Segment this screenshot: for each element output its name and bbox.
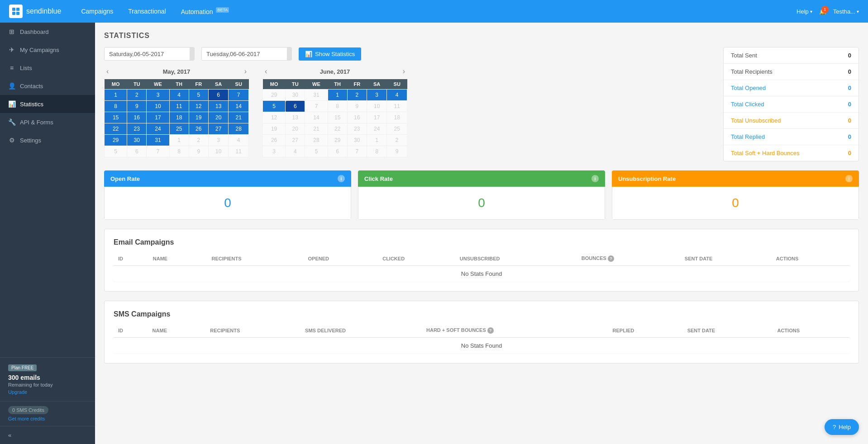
calendar-day[interactable]: 3 (367, 90, 387, 101)
june-next-button[interactable]: › (401, 67, 407, 76)
nav-transactional[interactable]: Transactional (122, 5, 172, 18)
calendar-day: 22 (328, 123, 347, 135)
calendar-day[interactable]: 5 (263, 101, 286, 112)
calendar-day: 17 (367, 112, 387, 123)
main-content: STATISTICS 📅 📅 📊 Show Statistic (95, 23, 868, 444)
calendar-day[interactable]: 16 (127, 112, 147, 123)
info-icon[interactable]: i (845, 175, 853, 182)
notification-button[interactable]: 🔔 1 (819, 8, 826, 15)
start-date-input[interactable] (105, 48, 190, 60)
calendar-day[interactable]: 4 (169, 90, 189, 101)
calendar-day[interactable]: 1 (328, 90, 347, 101)
calendar-day[interactable]: 5 (189, 90, 208, 101)
sidebar-item-api-forms[interactable]: 🔧 API & Forms (0, 113, 95, 131)
stats-value: 0 (848, 150, 851, 156)
sidebar-item-lists[interactable]: ≡ Lists (0, 59, 95, 77)
sms-credits-badge[interactable]: 0 SMS Credits (8, 406, 48, 414)
stats-summary-row: Total Clicked0 (724, 96, 858, 113)
info-icon[interactable]: i (591, 175, 599, 182)
calendar-day[interactable]: 10 (147, 101, 169, 112)
calendar-day[interactable]: 30 (127, 135, 147, 146)
sidebar-collapse-button[interactable]: « (0, 426, 95, 444)
stats-summary-row: Total Recipients0 (724, 64, 858, 80)
start-date-calendar-button[interactable]: 📅 (190, 47, 195, 60)
calendar-day[interactable]: 9 (127, 101, 147, 112)
calendar-day[interactable]: 2 (347, 90, 367, 101)
calendar-day[interactable]: 8 (105, 101, 127, 112)
calendar-day[interactable]: 27 (208, 123, 229, 135)
calendar-day[interactable]: 25 (169, 123, 189, 135)
emails-count: 300 emails (8, 374, 87, 381)
sidebar-item-dashboard[interactable]: ⊞ Dashboard (0, 23, 95, 41)
floating-help-button[interactable]: ? Help (825, 419, 859, 435)
calendar-day[interactable]: 22 (105, 123, 127, 135)
may-next-button[interactable]: › (242, 67, 249, 76)
calendar-day[interactable]: 11 (169, 101, 189, 112)
calendar-day[interactable]: 12 (189, 101, 208, 112)
calendar-day[interactable]: 21 (229, 112, 249, 123)
main-layout: ⊞ Dashboard ✈ My Campaigns ≡ Lists 👤 Con… (0, 23, 868, 444)
calendar-day[interactable]: 19 (189, 112, 208, 123)
may-prev-button[interactable]: ‹ (104, 67, 111, 76)
stats-value: 0 (848, 133, 851, 140)
email-col-header: ACTIONS (772, 252, 849, 266)
get-more-credits-link[interactable]: Get more credits (8, 416, 87, 421)
user-chevron-icon: ▾ (857, 9, 859, 14)
nav-campaigns[interactable]: Campaigns (75, 5, 119, 18)
calendar-day[interactable]: 3 (147, 90, 169, 101)
show-statistics-button[interactable]: 📊 Show Statistics (299, 47, 361, 61)
end-date-calendar-button[interactable]: 📅 (287, 47, 292, 60)
calendar-day: 1 (367, 135, 387, 146)
calendar-day: 23 (347, 123, 367, 135)
calendar-day[interactable]: 28 (229, 123, 249, 135)
calendar-day: 14 (305, 112, 328, 123)
sidebar-item-settings[interactable]: ⚙ Settings (0, 131, 95, 149)
calendar-day[interactable]: 13 (208, 101, 229, 112)
user-menu-button[interactable]: Testha... ▾ (833, 8, 859, 15)
june-prev-button[interactable]: ‹ (262, 67, 269, 76)
info-icon[interactable]: i (338, 175, 345, 182)
help-button[interactable]: Help ▾ (796, 8, 812, 15)
calendar-day[interactable]: 14 (229, 101, 249, 112)
calendar-day: 5 (305, 146, 328, 157)
rate-box-label: Unsubscription Rate (618, 175, 676, 182)
stats-label: Total Recipients (731, 68, 773, 75)
sms-campaigns-title: SMS Campaigns (114, 310, 849, 318)
sidebar-item-my-campaigns[interactable]: ✈ My Campaigns (0, 41, 95, 59)
settings-icon: ⚙ (8, 137, 15, 144)
calendar-day[interactable]: 6 (286, 101, 305, 112)
calendar-day[interactable]: 2 (127, 90, 147, 101)
sidebar-item-contacts[interactable]: 👤 Contacts (0, 77, 95, 95)
calendar-day[interactable]: 20 (208, 112, 229, 123)
calendar-day[interactable]: 26 (189, 123, 208, 135)
may-calendar: ‹ May, 2017 › MO TU WE TH (104, 67, 249, 157)
sms-bounces-info-icon[interactable]: ? (487, 327, 494, 334)
remaining-label: Remaining for today (8, 382, 87, 387)
calendar-day[interactable]: 6 (208, 90, 229, 101)
calendar-day[interactable]: 7 (229, 90, 249, 101)
calendar-day[interactable]: 29 (105, 135, 127, 146)
calendar-day[interactable]: 24 (147, 123, 169, 135)
calendar-day[interactable]: 4 (387, 90, 407, 101)
logo[interactable]: sendinblue (9, 5, 61, 18)
calendar-day[interactable]: 15 (105, 112, 127, 123)
email-campaigns-title: Email Campaigns (114, 238, 849, 246)
calendar-day[interactable]: 31 (147, 135, 169, 146)
sms-no-stats: No Stats Found (114, 338, 849, 354)
stats-summary-row: Total Replied0 (724, 129, 858, 145)
nav-automation[interactable]: Automation BETA (175, 5, 236, 18)
calendar-day[interactable]: 18 (169, 112, 189, 123)
calendar-day[interactable]: 1 (105, 90, 127, 101)
bounces-info-icon[interactable]: ? (608, 255, 614, 262)
calendar-day[interactable]: 17 (147, 112, 169, 123)
sidebar-item-statistics[interactable]: 📊 Statistics (0, 95, 95, 113)
calendar-day: 7 (147, 146, 169, 157)
end-date-input[interactable] (202, 48, 287, 60)
upgrade-link[interactable]: Upgrade (8, 389, 87, 395)
stats-value: 0 (848, 68, 851, 75)
calendar-day: 1 (169, 135, 189, 146)
may-header-th: TH (169, 79, 189, 90)
calendar-day: 11 (229, 146, 249, 157)
may-header-fr: FR (189, 79, 208, 90)
calendar-day[interactable]: 23 (127, 123, 147, 135)
